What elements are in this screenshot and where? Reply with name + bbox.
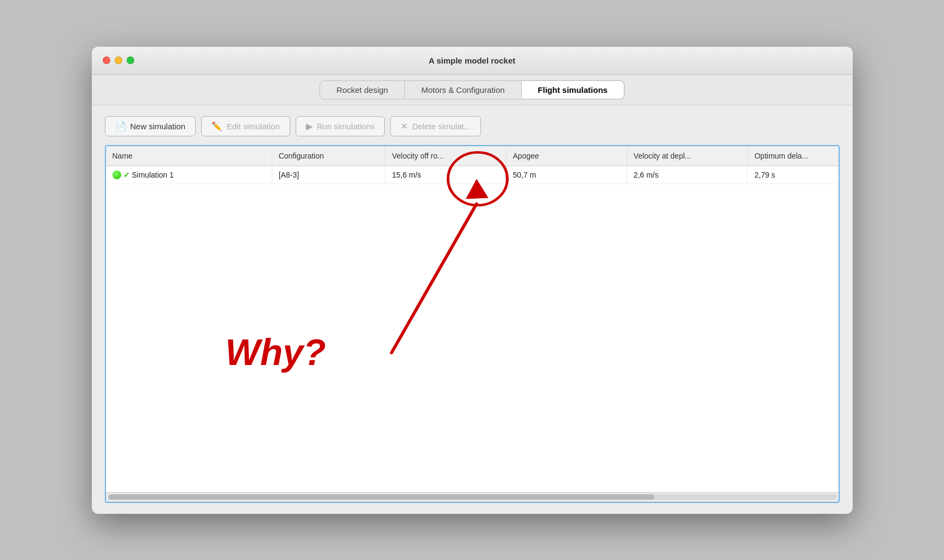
- edit-simulation-button[interactable]: ✏️ Edit simulation: [201, 116, 290, 136]
- delete-simulation-button[interactable]: ✕ Delete simulat...: [390, 116, 481, 136]
- edit-simulation-icon: ✏️: [211, 121, 222, 131]
- col-header-velocity-off-rod: Velocity off ro...: [385, 146, 506, 166]
- col-header-velocity-deployment: Velocity at depl...: [627, 146, 747, 166]
- new-simulation-icon: 📄: [115, 121, 126, 131]
- scrollbar-track: [108, 494, 836, 500]
- window-title: A simple model rocket: [429, 56, 516, 65]
- maximize-button[interactable]: [127, 56, 134, 64]
- cell-name: ✓ Simulation 1: [106, 166, 272, 184]
- new-simulation-button[interactable]: 📄 New simulation: [105, 116, 196, 136]
- cell-configuration: [A8-3]: [272, 166, 385, 184]
- tab-flight-simulations[interactable]: Flight simulations: [522, 80, 624, 99]
- run-simulations-button[interactable]: ▶ Run simulations: [296, 116, 385, 136]
- cell-apogee: 50,7 m: [506, 166, 627, 184]
- horizontal-scrollbar[interactable]: [106, 492, 839, 502]
- cell-optimum-delay: 2,79 s: [748, 166, 839, 184]
- col-header-configuration: Configuration: [272, 146, 385, 166]
- simulation-table: Name Configuration Velocity off ro... Ap…: [106, 146, 839, 184]
- title-bar: A simple model rocket: [92, 47, 853, 75]
- simulation-table-container: Name Configuration Velocity off ro... Ap…: [105, 145, 840, 503]
- close-button[interactable]: [103, 56, 110, 64]
- run-simulations-icon: ▶: [306, 121, 312, 131]
- tab-bar: Rocket design Motors & Configuration Fli…: [92, 75, 853, 105]
- toolbar: 📄 New simulation ✏️ Edit simulation ▶ Ru…: [105, 116, 840, 136]
- status-checkmark: ✓: [123, 171, 130, 179]
- status-green-dot: [112, 171, 121, 179]
- app-window: A simple model rocket Rocket design Moto…: [92, 47, 853, 514]
- table-header-row: Name Configuration Velocity off ro... Ap…: [106, 146, 839, 166]
- cell-velocity-deployment: 2,6 m/s: [627, 166, 747, 184]
- delete-simulation-icon: ✕: [401, 121, 408, 131]
- col-header-optimum-delay: Optimum dela...: [748, 146, 839, 166]
- scrollbar-thumb[interactable]: [108, 494, 654, 500]
- main-content: 📄 New simulation ✏️ Edit simulation ▶ Ru…: [92, 105, 853, 514]
- col-header-name: Name: [106, 146, 272, 166]
- tab-rocket-design[interactable]: Rocket design: [320, 80, 405, 99]
- minimize-button[interactable]: [115, 56, 122, 64]
- table-row[interactable]: ✓ Simulation 1 [A8-3] 15,6 m/s 50,7 m 2,…: [106, 166, 839, 184]
- traffic-lights: [103, 56, 134, 64]
- cell-velocity-off-rod: 15,6 m/s: [385, 166, 506, 184]
- col-header-apogee: Apogee: [506, 146, 627, 166]
- tab-motors-config[interactable]: Motors & Configuration: [405, 80, 521, 99]
